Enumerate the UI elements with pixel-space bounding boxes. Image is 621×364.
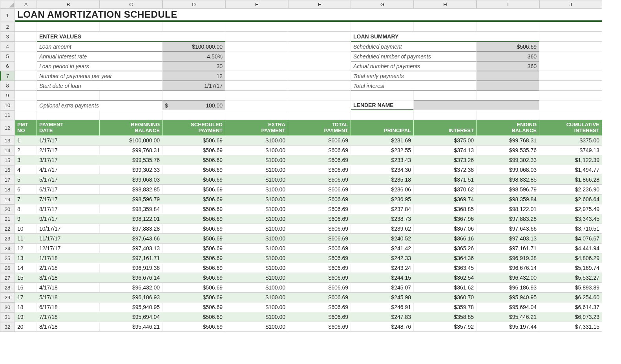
table-cell[interactable]: $4,441.94 <box>539 244 602 253</box>
empty-cell[interactable] <box>15 61 37 71</box>
empty-cell[interactable] <box>15 81 37 91</box>
column-header[interactable]: G <box>351 0 414 9</box>
lender-name-value[interactable] <box>414 100 539 110</box>
row-header[interactable]: 27 <box>0 273 15 283</box>
row-header[interactable]: 32 <box>0 322 15 332</box>
table-cell[interactable]: $361.62 <box>414 283 477 293</box>
row-header[interactable]: 13 <box>0 136 15 146</box>
table-cell[interactable]: $506.69 <box>163 195 225 204</box>
table-cell[interactable]: $97,403.13 <box>100 244 163 253</box>
table-header[interactable]: ENDING BALANCE <box>477 120 539 136</box>
table-cell[interactable]: $234.30 <box>351 165 414 175</box>
row-header[interactable]: 4 <box>0 42 15 51</box>
table-cell[interactable]: $99,302.33 <box>477 155 539 165</box>
empty-cell[interactable] <box>225 91 288 100</box>
table-cell[interactable]: $606.69 <box>288 302 351 312</box>
table-cell[interactable]: 15 <box>15 273 37 283</box>
table-cell[interactable]: $235.18 <box>351 175 414 185</box>
table-cell[interactable]: 5/17/17 <box>37 175 100 185</box>
table-cell[interactable]: 4 <box>15 165 37 175</box>
table-cell[interactable]: $4,076.67 <box>539 234 602 244</box>
table-cell[interactable]: $606.69 <box>288 322 351 332</box>
table-cell[interactable]: $375.00 <box>539 136 602 146</box>
table-cell[interactable]: $98,596.79 <box>100 195 163 204</box>
table-cell[interactable]: 12 <box>15 244 37 253</box>
table-cell[interactable]: $100.00 <box>225 283 288 293</box>
table-cell[interactable]: 8/17/17 <box>37 204 100 214</box>
empty-cell[interactable] <box>288 61 351 71</box>
table-cell[interactable]: $606.69 <box>288 175 351 185</box>
table-cell[interactable]: $97,403.13 <box>477 234 539 244</box>
table-cell[interactable]: $96,186.93 <box>477 283 539 293</box>
table-cell[interactable]: 11 <box>15 234 37 244</box>
table-cell[interactable]: $98,832.85 <box>477 175 539 185</box>
table-cell[interactable]: $236.06 <box>351 185 414 195</box>
table-cell[interactable]: $358.85 <box>414 312 477 322</box>
empty-cell[interactable] <box>225 81 288 91</box>
table-cell[interactable]: 19 <box>15 312 37 322</box>
table-cell[interactable]: $6,254.60 <box>539 293 602 302</box>
table-cell[interactable]: 11/17/17 <box>37 234 100 244</box>
table-cell[interactable]: 6/17/17 <box>37 185 100 195</box>
table-cell[interactable]: 10/17/17 <box>37 224 100 234</box>
table-cell[interactable]: $7,331.15 <box>539 322 602 332</box>
empty-cell[interactable] <box>163 22 225 32</box>
row-header[interactable]: 22 <box>0 224 15 234</box>
row-header[interactable]: 11 <box>0 110 15 120</box>
table-cell[interactable]: $100.00 <box>225 136 288 146</box>
table-cell[interactable]: $100.00 <box>225 204 288 214</box>
table-cell[interactable]: $96,676.14 <box>100 273 163 283</box>
row-header[interactable]: 15 <box>0 155 15 165</box>
table-cell[interactable]: 2/17/18 <box>37 263 100 273</box>
row-header[interactable]: 7 <box>0 71 15 81</box>
row-header[interactable]: 6 <box>0 61 15 71</box>
empty-cell[interactable] <box>288 100 351 110</box>
table-cell[interactable]: $3,710.51 <box>539 224 602 234</box>
table-cell[interactable]: $97,643.66 <box>100 234 163 244</box>
empty-cell[interactable] <box>15 51 37 61</box>
table-cell[interactable]: $96,186.93 <box>100 293 163 302</box>
table-cell[interactable]: $363.45 <box>414 263 477 273</box>
table-cell[interactable]: 8 <box>15 204 37 214</box>
table-cell[interactable]: 18 <box>15 302 37 312</box>
table-cell[interactable]: $367.96 <box>414 214 477 224</box>
table-cell[interactable]: $232.55 <box>351 146 414 155</box>
table-cell[interactable]: $373.26 <box>414 155 477 165</box>
table-cell[interactable]: 4/17/17 <box>37 165 100 175</box>
table-header[interactable]: CUMULATIVE INTEREST <box>539 120 602 136</box>
table-header[interactable]: BEGINNING BALANCE <box>100 120 163 136</box>
table-cell[interactable]: $2,975.49 <box>539 204 602 214</box>
table-cell[interactable]: $506.69 <box>163 234 225 244</box>
row-header[interactable]: 25 <box>0 253 15 263</box>
table-cell[interactable]: $4,806.29 <box>539 253 602 263</box>
empty-cell[interactable] <box>288 51 351 61</box>
row-header[interactable]: 29 <box>0 293 15 302</box>
table-cell[interactable]: $506.69 <box>163 224 225 234</box>
empty-cell[interactable] <box>539 22 602 32</box>
empty-cell[interactable] <box>15 110 37 120</box>
table-cell[interactable]: $506.69 <box>163 204 225 214</box>
table-cell[interactable]: $247.83 <box>351 312 414 322</box>
table-cell[interactable]: 4/17/18 <box>37 283 100 293</box>
table-cell[interactable]: $100.00 <box>225 146 288 155</box>
table-cell[interactable]: $99,068.03 <box>100 175 163 185</box>
row-header[interactable]: 10 <box>0 100 15 110</box>
table-cell[interactable]: $362.54 <box>414 273 477 283</box>
table-cell[interactable]: $100.00 <box>225 244 288 253</box>
table-cell[interactable]: $606.69 <box>288 155 351 165</box>
empty-cell[interactable] <box>225 51 288 61</box>
input-value[interactable]: 30 <box>163 61 225 71</box>
table-cell[interactable]: $97,161.71 <box>100 253 163 263</box>
empty-cell[interactable] <box>539 100 602 110</box>
table-cell[interactable]: $372.38 <box>414 165 477 175</box>
table-cell[interactable]: $95,940.95 <box>477 293 539 302</box>
table-cell[interactable]: $606.69 <box>288 283 351 293</box>
row-header[interactable]: 8 <box>0 81 15 91</box>
table-cell[interactable]: 5/17/18 <box>37 293 100 302</box>
empty-cell[interactable] <box>15 32 37 42</box>
table-cell[interactable]: $246.91 <box>351 302 414 312</box>
table-cell[interactable]: 9 <box>15 214 37 224</box>
column-header[interactable]: E <box>225 0 288 9</box>
table-cell[interactable]: $506.69 <box>163 175 225 185</box>
table-cell[interactable]: $506.69 <box>163 146 225 155</box>
